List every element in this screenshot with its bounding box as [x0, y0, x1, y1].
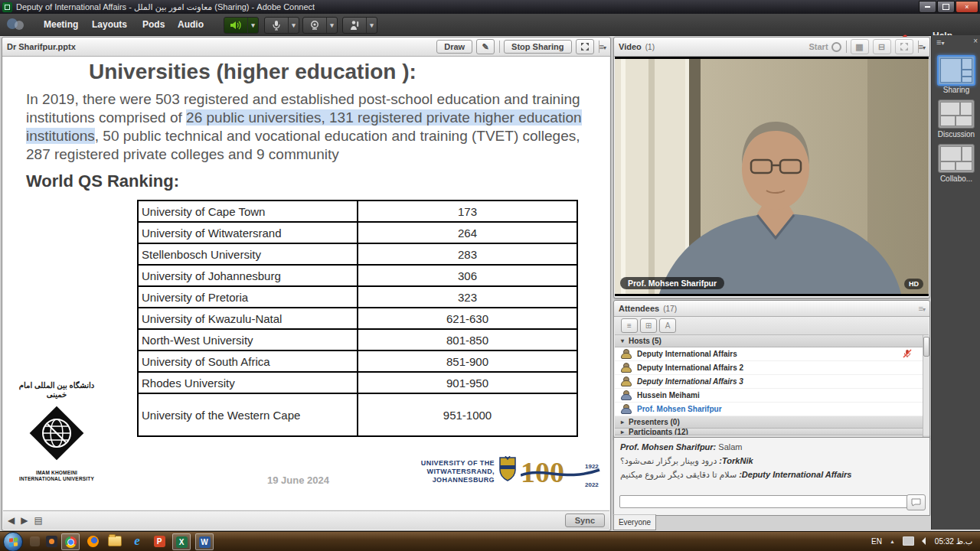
send-chat-button[interactable] — [906, 494, 926, 510]
rank-cell: 901-950 — [358, 372, 577, 393]
grid-view-button[interactable]: ▦ — [851, 39, 869, 54]
filmstrip-view-button[interactable]: ⊟ — [873, 39, 891, 54]
table-row: University of Witwatersrand264 — [138, 222, 577, 243]
next-slide-button[interactable]: ▶ — [21, 515, 28, 526]
attendees-pod-menu-button[interactable]: ≡▾ — [919, 304, 925, 313]
svg-text:1922: 1922 — [585, 463, 599, 470]
taskbar-app-icon[interactable] — [43, 533, 60, 549]
pointer-pen-button[interactable]: ✎ — [476, 39, 495, 54]
share-pod-menu-button[interactable]: ≡▾ — [599, 42, 606, 51]
speaker-caret-icon[interactable]: ▾ — [247, 18, 258, 33]
layout-thumbnail-discussion[interactable] — [938, 99, 975, 129]
layout-thumbnail-sharing[interactable] — [937, 55, 975, 86]
presentation-slide: Universities (higher education ): In 201… — [3, 57, 609, 510]
webcam-caret-icon[interactable]: ▾ — [326, 18, 337, 33]
taskbar-powerpoint-icon[interactable]: P — [151, 533, 168, 549]
attendees-count: (17) — [663, 305, 677, 313]
menu-audio[interactable]: Audio — [170, 14, 211, 35]
taskbar-ie-icon[interactable]: e — [129, 533, 145, 549]
chat-sender-name: TorkNik: — [719, 456, 753, 465]
app-icon — [2, 2, 12, 12]
menu-pods[interactable]: Pods — [135, 14, 172, 35]
taskbar-word-icon[interactable]: W — [195, 533, 214, 550]
speaker-button[interactable]: ▾ — [224, 17, 259, 34]
wits-shield-icon — [498, 456, 518, 482]
rank-cell: 283 — [358, 243, 577, 265]
windows-logo-icon — [9, 537, 18, 546]
draw-button[interactable]: Draw — [436, 40, 472, 54]
pen-icon: ✎ — [482, 42, 489, 52]
video-pod-menu-button[interactable]: ≡▾ — [919, 42, 925, 51]
university-name-cell: Rhodes University — [138, 372, 358, 393]
menu-layouts[interactable]: Layouts — [84, 14, 135, 35]
taskbar-firefox-icon[interactable] — [84, 533, 101, 549]
wits-logo: UNIVERSITY OF THE WITWATERSRAND, JOHANNE… — [409, 453, 600, 499]
slide-title: Universities (higher education ): — [89, 60, 416, 84]
layout-thumbnail-collaboration[interactable] — [938, 144, 975, 173]
taskbar-chrome-icon[interactable] — [61, 533, 80, 550]
attendees-pod-title: Attendees — [619, 304, 659, 313]
table-row: University of Kwazulu-Natal621-630 — [138, 308, 577, 329]
start-button[interactable] — [3, 532, 23, 551]
attendee-row[interactable]: Deputy International Affairs — [615, 347, 923, 361]
table-row: University of Cape Town173 — [138, 201, 577, 222]
close-button[interactable]: × — [956, 1, 978, 13]
rank-cell: 801-850 — [358, 329, 577, 350]
breakout-rooms-button[interactable]: ⊞ — [640, 318, 657, 333]
attendee-list-view-button[interactable]: ≡ — [621, 318, 638, 333]
university-name-cell: North-West University — [138, 329, 358, 350]
previous-slide-button[interactable]: ◀ — [8, 515, 15, 526]
attendee-status-view-button[interactable]: A — [659, 318, 676, 333]
maximize-button[interactable] — [937, 1, 955, 13]
attendees-toolbar: ≡ ⊞ A — [615, 317, 929, 335]
attendee-row[interactable]: Deputy International Affairs 2 — [615, 361, 923, 375]
taskbar-explorer-icon[interactable] — [106, 533, 123, 549]
scrollbar-thumb[interactable] — [923, 337, 929, 357]
sync-button[interactable]: Sync — [565, 514, 605, 527]
hosts-group-header[interactable]: ▾ Hosts (5) — [615, 335, 923, 347]
attendee-row[interactable]: Deputy International Affairs 3 — [615, 375, 923, 389]
layout-label: Discussion — [932, 130, 980, 139]
minimize-button[interactable] — [919, 1, 936, 13]
menu-meeting[interactable]: Meeting — [36, 14, 86, 35]
chat-tab-everyone[interactable]: Everyone — [613, 514, 656, 530]
video-fullscreen-button[interactable] — [895, 39, 913, 54]
slide-date: 19 June 2024 — [267, 474, 329, 486]
attendees-scrollbar[interactable] — [923, 335, 929, 438]
taskbar-excel-icon[interactable]: X — [172, 533, 191, 550]
chat-message-text: سلام تا دقایقی دیگر شروع میکنیم — [620, 470, 737, 479]
raise-hand-button[interactable]: ▾ — [342, 17, 377, 34]
presenters-group-header[interactable]: ▸ Presenters (0) — [615, 416, 923, 429]
chat-pod: Prof. Mohsen Sharifpur: Salam TorkNik: د… — [613, 437, 930, 516]
microphone-caret-icon[interactable]: ▾ — [288, 18, 299, 33]
participants-group-header[interactable]: ▸ Participants (12) — [615, 429, 923, 435]
raise-hand-caret-icon[interactable]: ▾ — [366, 18, 377, 33]
layout-bar-close-icon[interactable]: × — [973, 37, 978, 45]
clock[interactable]: 05:32 ب.ظ — [935, 537, 972, 546]
stop-sharing-button[interactable]: Stop Sharing — [504, 40, 571, 54]
chat-sender-name: Deputy International Affairs: — [739, 470, 851, 479]
university-name-cell: University of Johannesburg — [138, 265, 358, 286]
page-preview-icon[interactable]: ▤ — [34, 515, 42, 526]
host-avatar-icon — [621, 377, 631, 386]
rank-cell: 173 — [358, 201, 577, 222]
webcam-button[interactable]: ▾ — [302, 17, 338, 34]
start-webcam-button[interactable]: Start — [809, 42, 828, 51]
layout-bar-menu-button[interactable]: ≡▾ — [936, 37, 944, 47]
chat-input[interactable] — [619, 495, 909, 508]
share-pod-footer: ◀ ▶ ▤ Sync — [3, 510, 609, 530]
collapse-arrow-icon: ▾ — [621, 337, 624, 344]
volume-icon[interactable] — [922, 537, 926, 545]
network-icon[interactable] — [903, 536, 914, 546]
qs-ranking-table: University of Cape Town173 University of… — [137, 200, 578, 437]
attendee-row[interactable]: Hussein Meihami — [615, 389, 923, 403]
video-pod: Video (1) Start ▦ ⊟ ≡▾ — [613, 37, 930, 298]
rank-cell: 306 — [358, 265, 577, 286]
university-name-cell: University of South Africa — [138, 350, 358, 372]
tray-expand-icon[interactable]: ▲ — [890, 539, 895, 544]
taskbar-pinned-app-icon[interactable] — [26, 533, 43, 549]
language-indicator[interactable]: EN — [871, 537, 882, 546]
attendee-row[interactable]: Prof. Mohsen Sharifpur — [615, 403, 923, 416]
fullscreen-button[interactable] — [576, 39, 594, 54]
microphone-button[interactable]: ▾ — [264, 17, 299, 34]
